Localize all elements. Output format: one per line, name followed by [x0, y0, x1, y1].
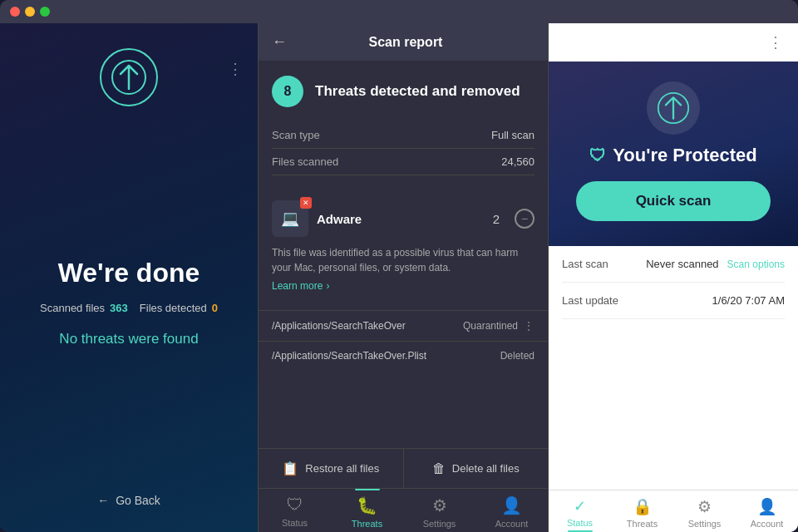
detected-value: 0	[212, 302, 218, 314]
restore-label: Restore all files	[305, 462, 379, 475]
scan-report-title: Scan report	[297, 35, 515, 50]
deleted-label: Deleted	[500, 350, 534, 362]
window: ⋮ We're done Scanned files 363 Files det…	[0, 0, 798, 532]
chevron-right-icon: ›	[326, 280, 329, 292]
maximize-button[interactable]	[40, 7, 50, 17]
go-back-button[interactable]: ← Go Back	[97, 494, 160, 507]
threat-count-badge: 8	[272, 76, 303, 107]
title-bar	[0, 0, 798, 23]
account-nav-icon: 👤	[501, 495, 522, 515]
nav-threats[interactable]: 🐛 Threats	[331, 489, 403, 532]
threats-nav-label: Threats	[352, 519, 382, 529]
last-scan-value-area: Never scanned Scan options	[646, 258, 785, 270]
quick-scan-button[interactable]: Quick scan	[576, 181, 771, 221]
file-row-2: /Applications/SearchTakeOver.Plist Delet…	[259, 341, 548, 370]
scan-type-value: Full scan	[491, 129, 534, 141]
minus-icon: −	[521, 212, 528, 225]
right-panel: ⋮ 🛡 You're Protected Quick scan Last s	[549, 23, 798, 532]
threat-label: Threats detected and removed	[315, 83, 520, 100]
protected-area: 🛡 You're Protected Quick scan	[549, 62, 798, 246]
close-button[interactable]	[10, 7, 20, 17]
restore-all-button[interactable]: 📋 Restore all files	[259, 449, 404, 488]
right-nav-settings[interactable]: ⚙ Settings	[673, 490, 736, 532]
status-nav-label: Status	[282, 518, 308, 528]
go-back-label: Go Back	[116, 494, 160, 507]
last-scan-value: Never scanned	[646, 258, 718, 270]
collapse-threat-button[interactable]: −	[515, 209, 534, 229]
last-scan-label: Last scan	[562, 258, 608, 270]
nav-settings[interactable]: ⚙ Settings	[403, 489, 475, 532]
right-account-icon: 👤	[757, 497, 777, 516]
settings-nav-icon: ⚙	[432, 495, 447, 515]
dots-menu-left[interactable]: ⋮	[228, 60, 244, 78]
file-path-2: /Applications/SearchTakeOver.Plist	[272, 350, 426, 362]
scan-type-label: Scan type	[272, 129, 320, 141]
more-options-icon-1[interactable]: ⋮	[523, 319, 534, 332]
restore-icon: 📋	[282, 461, 298, 476]
logo-area	[100, 48, 158, 106]
account-nav-label: Account	[495, 519, 529, 529]
right-dots-menu[interactable]: ⋮	[768, 33, 785, 52]
right-header: ⋮	[549, 23, 798, 62]
protected-title: 🛡 You're Protected	[589, 145, 757, 166]
status-nav-icon: 🛡	[287, 495, 303, 515]
shield-check-icon: 🛡	[589, 146, 606, 165]
minimize-button[interactable]	[25, 7, 35, 17]
delete-all-button[interactable]: 🗑 Delete all files	[404, 449, 549, 488]
nav-status[interactable]: 🛡 Status	[259, 489, 331, 532]
right-nav-status[interactable]: ✓ Status	[549, 490, 611, 532]
middle-bottom-nav: 🛡 Status 🐛 Threats ⚙ Settings 👤 Account	[259, 488, 548, 532]
left-main: We're done Scanned files 363 Files detec…	[40, 106, 218, 532]
files-scanned-value: 24,560	[501, 155, 534, 168]
action-bar: 📋 Restore all files 🗑 Delete all files	[259, 448, 548, 488]
app-content: ⋮ We're done Scanned files 363 Files det…	[0, 23, 798, 532]
adware-name: Adware	[317, 212, 485, 226]
left-panel: ⋮ We're done Scanned files 363 Files det…	[0, 23, 258, 532]
scan-options-link[interactable]: Scan options	[727, 259, 785, 270]
adware-icon: 💻	[281, 209, 299, 228]
nav-account[interactable]: 👤 Account	[475, 489, 548, 532]
logo-icon	[111, 59, 147, 96]
scan-header: ← Scan report	[259, 23, 548, 61]
go-back-arrow-icon: ←	[97, 494, 109, 507]
adware-count: 2	[493, 212, 500, 226]
file-status-1: Quarantined ⋮	[463, 319, 534, 332]
right-nav-account[interactable]: 👤 Account	[736, 490, 798, 532]
detected-label: Files detected	[140, 302, 207, 314]
threat-icon-box: 💻 ✕	[272, 200, 308, 237]
last-scan-row: Last scan Never scanned Scan options	[562, 246, 785, 283]
threat-badge-row: 8 Threats detected and removed	[259, 61, 548, 122]
right-status-label: Status	[567, 518, 593, 528]
learn-more-label: Learn more	[272, 280, 323, 292]
threat-section: 💻 ✕ Adware 2 − This file was identified …	[259, 192, 548, 310]
scan-scroll[interactable]: 💻 ✕ Adware 2 − This file was identified …	[259, 185, 548, 448]
last-update-row: Last update 1/6/20 7:07 AM	[562, 283, 785, 319]
threats-nav-icon: 🐛	[357, 495, 377, 515]
right-info: Last scan Never scanned Scan options Las…	[549, 246, 798, 490]
right-logo-circle	[647, 81, 700, 135]
middle-panel: ← Scan report 8 Threats detected and rem…	[258, 23, 549, 532]
right-status-icon: ✓	[574, 497, 586, 515]
x-badge: ✕	[300, 197, 312, 209]
scanned-label: Scanned files	[40, 302, 105, 314]
right-account-label: Account	[751, 519, 784, 529]
file-row-1: /Applications/SearchTakeOver Quarantined…	[259, 310, 548, 341]
threat-description: This file was identified as a possible v…	[272, 245, 534, 275]
trash-icon: 🗑	[432, 461, 446, 476]
back-arrow-icon[interactable]: ←	[272, 33, 287, 51]
last-update-label: Last update	[562, 294, 618, 307]
quarantined-label: Quarantined	[463, 320, 518, 332]
files-scanned-label: Files scanned	[272, 155, 338, 168]
right-settings-icon: ⚙	[697, 497, 712, 516]
right-threats-icon: 🔒	[633, 497, 653, 516]
scan-info: Scan type Full scan Files scanned 24,560	[259, 122, 548, 185]
file-status-2: Deleted	[500, 350, 534, 362]
right-settings-label: Settings	[688, 519, 722, 529]
file-path-1: /Applications/SearchTakeOver	[272, 320, 406, 332]
protected-text: You're Protected	[613, 145, 757, 166]
learn-more-link[interactable]: Learn more ›	[272, 280, 534, 292]
files-scanned-row: Files scanned 24,560	[272, 149, 534, 175]
last-update-value: 1/6/20 7:07 AM	[712, 294, 785, 307]
done-title: We're done	[58, 258, 200, 288]
right-nav-threats[interactable]: 🔒 Threats	[611, 490, 673, 532]
